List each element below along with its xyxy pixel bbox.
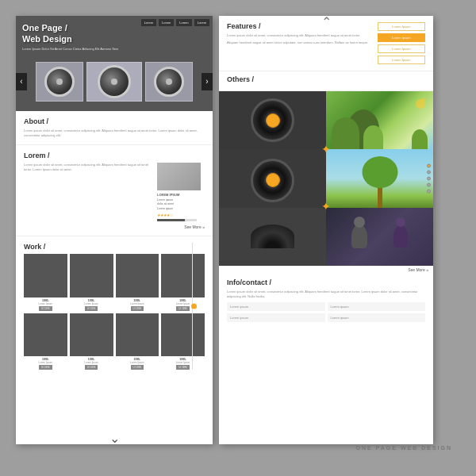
figure-2 (393, 225, 408, 248)
work-item-7[interactable]: 1995. Lorem Ipsum UI 1996 (116, 313, 159, 370)
dark-scene (326, 208, 433, 266)
features-right: Lorem Ipsum Lorem Ipsum Lorem Ipsum Lore… (378, 22, 425, 64)
feature-box-3[interactable]: Lorem Ipsum (378, 44, 425, 53)
filmstrip-arrow-left[interactable]: ‹ (16, 73, 27, 90)
vinyl-cell-2 (219, 149, 326, 207)
work-tag-2: UI 1996 (85, 306, 98, 311)
star-accent-1: ✦ (321, 143, 331, 155)
others-title: Others / (227, 75, 425, 83)
lorem-text-col: Lorem ipsum dolor sit amet, consectetur … (24, 163, 152, 221)
others-section: Others / (219, 71, 433, 91)
work-item-4[interactable]: 1995. Lorem Ipsum UI 1996 (161, 254, 205, 311)
chevron-top-right-icon[interactable]: ⌃ (321, 16, 332, 29)
hero-title: One Page /Web Design Lorem Ipsum Dolor S… (22, 22, 118, 51)
vinyl-label-1 (266, 113, 280, 128)
work-tag-5: UI 1996 (39, 365, 52, 370)
see-more-link[interactable]: See More » (24, 225, 205, 229)
lorem-content: Lorem ipsum dolor sit amet, consectetur … (24, 163, 205, 221)
stars-icon: ★★★★☆ (157, 213, 205, 217)
vinyl-cell-1 (219, 91, 326, 149)
lorem-section: Lorem / Lorem ipsum dolor sit amet, cons… (16, 145, 213, 236)
info-section: Info/contact / Lorem ipsum dolor sit ame… (219, 274, 433, 327)
others-gallery: ☀ (219, 91, 433, 266)
work-thumb-8 (161, 313, 205, 357)
info-title: Info/contact / (227, 278, 425, 286)
features-title: Features / (227, 22, 373, 30)
work-label-2: Lorem Ipsum (84, 302, 98, 305)
work-section-inner: Work / 1995. Lorem Ipsum UI 1996 1995. L… (24, 243, 205, 370)
vinyl-record-1 (251, 98, 294, 142)
work-item-5[interactable]: 1995. Lorem Ipsum UI 1996 (24, 313, 67, 370)
hero-heading: One Page /Web Design (22, 22, 118, 45)
lorem-title: Lorem / (24, 152, 205, 159)
nature-scene-cell: ☀ (326, 91, 433, 149)
work-tag-6: UI 1996 (85, 365, 98, 370)
figure-1 (351, 225, 367, 248)
left-page: ⌃ Lorem Lorem Lorem Lorem One Page /Web … (16, 16, 213, 444)
info-box-1: Lorem ipsum (227, 302, 325, 311)
info-text: Lorem ipsum dolor sit amet, consectetur … (227, 290, 425, 299)
work-item-1[interactable]: 1995. Lorem Ipsum UI 1996 (24, 254, 67, 311)
dot-nav-3[interactable] (427, 177, 431, 181)
nav-item-3[interactable]: Lorem (176, 19, 191, 26)
chevron-bottom-left-icon[interactable]: ⌄ (109, 431, 120, 444)
dot-nav-4[interactable] (427, 183, 431, 187)
filmstrip-arrow-right[interactable]: › (202, 73, 213, 90)
lorem-img-col: LOREM IPSUM Lorem ipsumdolor sit ametLor… (157, 163, 205, 221)
work-item-3[interactable]: 1995. Lorem Ipsum UI 1996 (116, 254, 159, 311)
nav-item-2[interactable]: Lorem (159, 19, 174, 26)
nature-scene: ☀ (326, 91, 433, 149)
work-item-2[interactable]: 1995. Lorem Ipsum UI 1996 (70, 254, 113, 311)
nav-item-4[interactable]: Lorem (194, 19, 209, 26)
work-thumb-7 (116, 313, 159, 357)
film-panel-3 (145, 62, 193, 102)
feature-box-4[interactable]: Lorem Ipsum (378, 56, 425, 64)
tree-scene-cell (326, 149, 433, 207)
work-label-8: Lorem Ipsum (176, 361, 190, 364)
dot-nav-5[interactable] (427, 190, 431, 194)
work-tag-3: UI 1996 (131, 306, 144, 311)
disc-icon (44, 67, 75, 97)
work-title: Work / (24, 243, 205, 251)
nav-item-1[interactable]: Lorem (141, 19, 156, 26)
feature-box-1[interactable]: Lorem Ipsum (378, 22, 425, 31)
tree-scene (326, 149, 433, 207)
lorem-progress-fill (157, 219, 185, 221)
disc-center-icon (98, 65, 131, 98)
features-text: Lorem ipsum dolor sit amet, consectetur … (227, 33, 373, 38)
tree-3 (412, 129, 428, 149)
tree-1 (332, 117, 359, 149)
about-text: Lorem ipsum dolor sit amet, consectetur … (24, 129, 205, 138)
star-accent-2: ✦ (321, 200, 331, 213)
hero-subtitle: Lorem Ipsum Dolor Sit Amet Conse Ctetur … (22, 47, 118, 52)
work-thumb-4 (161, 254, 205, 298)
work-thumb-6 (70, 313, 113, 357)
work-thumb-3 (116, 254, 159, 298)
hero-nav: Lorem Lorem Lorem Lorem (141, 19, 209, 26)
work-item-6[interactable]: 1995. Lorem Ipsum UI 1996 (70, 313, 113, 370)
others-see-more[interactable]: See More » (219, 266, 433, 274)
work-accent-dot (191, 304, 197, 309)
footer-label: ONE PAGE WEB DESIGN (356, 445, 453, 451)
lorem-text: Lorem ipsum dolor sit amet, consectetur … (24, 163, 152, 172)
work-thumb-5 (24, 313, 67, 357)
work-label-4: Lorem Ipsum (176, 302, 190, 305)
film-panel-1 (36, 62, 83, 102)
dot-nav-1[interactable] (427, 164, 431, 168)
work-item-8[interactable]: 1995. Lorem Ipsum UI 1996 (161, 313, 205, 370)
dot-nav-2[interactable] (427, 171, 431, 175)
info-grid: Lorem ipsum Lorem ipsum Lorem ipsum Lore… (227, 302, 425, 322)
about-section: About / Lorem ipsum dolor sit amet, cons… (16, 111, 213, 145)
work-label-1: Lorem Ipsum (39, 302, 53, 305)
info-box-3: Lorem ipsum (227, 313, 325, 322)
vinyl-cell-3 (219, 208, 326, 266)
work-label-6: Lorem Ipsum (84, 361, 98, 364)
tree-canopy (362, 156, 397, 188)
disc-right-icon (154, 67, 184, 97)
work-thumb-2 (70, 254, 113, 298)
lorem-image (157, 163, 201, 190)
features-text-2: Aliquam hendrerit augue sit amet tortor … (227, 40, 373, 45)
filmstrip: ‹ › (16, 60, 213, 103)
feature-box-2[interactable]: Lorem Ipsum (378, 33, 425, 42)
info-box-4: Lorem ipsum (328, 313, 426, 322)
